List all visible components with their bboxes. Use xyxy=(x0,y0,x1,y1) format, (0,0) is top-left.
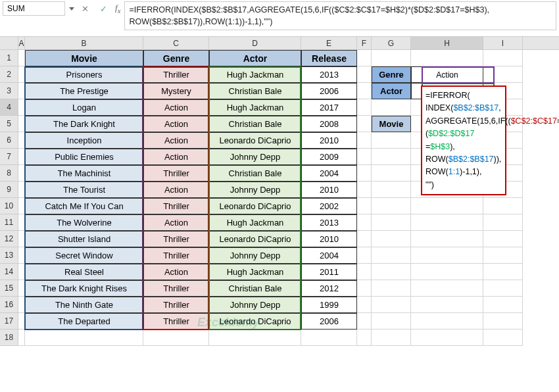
table-cell[interactable]: Hugh Jackman xyxy=(209,66,301,83)
table-cell[interactable]: Action xyxy=(143,214,209,231)
header-actor[interactable]: Actor xyxy=(209,50,301,66)
table-cell[interactable]: Action xyxy=(143,264,209,280)
row-header[interactable]: 8 xyxy=(0,165,18,182)
table-cell[interactable]: Action xyxy=(143,149,209,165)
table-cell[interactable]: The Ninth Gate xyxy=(25,297,143,313)
col-header[interactable]: D xyxy=(209,37,301,49)
table-cell[interactable]: Leonardo DiCaprio xyxy=(209,313,301,330)
table-cell[interactable]: Action xyxy=(143,99,209,116)
table-cell[interactable]: Inception xyxy=(25,132,143,149)
table-cell[interactable]: Thriller xyxy=(143,198,209,214)
table-cell[interactable]: 2010 xyxy=(301,132,357,149)
table-cell[interactable]: Christian Bale xyxy=(209,83,301,99)
table-cell[interactable]: Action xyxy=(143,116,209,132)
table-cell[interactable]: The Machinist xyxy=(25,165,143,182)
table-cell[interactable]: Hugh Jackman xyxy=(209,99,301,116)
name-box[interactable] xyxy=(3,1,65,16)
table-cell[interactable]: Thriller xyxy=(143,66,209,83)
table-cell[interactable]: 2012 xyxy=(301,280,357,297)
col-header[interactable]: E xyxy=(301,37,357,49)
cancel-icon[interactable]: ✕ xyxy=(77,1,93,16)
col-header[interactable]: H xyxy=(411,37,483,49)
col-header[interactable]: A xyxy=(18,37,25,49)
table-cell[interactable]: Leonardo DiCaprio xyxy=(209,132,301,149)
row-header[interactable]: 1 xyxy=(0,50,18,66)
row-header[interactable]: 11 xyxy=(0,214,18,231)
table-cell[interactable]: Action xyxy=(143,132,209,149)
table-cell[interactable]: 2010 xyxy=(301,182,357,198)
fx-icon[interactable]: fx xyxy=(115,3,120,14)
table-cell[interactable]: The Wolverine xyxy=(25,214,143,231)
row-header[interactable]: 12 xyxy=(0,231,18,247)
namebox-dropdown-icon[interactable] xyxy=(69,7,74,11)
row-header[interactable]: 13 xyxy=(0,247,18,264)
table-cell[interactable]: Leonardo DiCaprio xyxy=(209,231,301,247)
table-cell[interactable]: 2017 xyxy=(301,99,357,116)
table-cell[interactable]: Hugh Jackman xyxy=(209,264,301,280)
table-cell[interactable]: Johnny Depp xyxy=(209,297,301,313)
table-cell[interactable]: Christian Bale xyxy=(209,165,301,182)
table-cell[interactable]: The Dark Knight xyxy=(25,116,143,132)
lookup-genre-value[interactable]: Action xyxy=(411,66,483,83)
table-cell[interactable]: Action xyxy=(143,182,209,198)
col-header[interactable]: F xyxy=(357,37,372,49)
col-header[interactable]: G xyxy=(372,37,411,49)
table-cell[interactable]: Thriller xyxy=(143,247,209,264)
row-header[interactable]: 6 xyxy=(0,132,18,149)
header-release[interactable]: Release xyxy=(301,50,357,66)
table-cell[interactable]: Christian Bale xyxy=(209,280,301,297)
table-cell[interactable]: Secret Window xyxy=(25,247,143,264)
table-cell[interactable]: Johnny Depp xyxy=(209,247,301,264)
row-header[interactable]: 2 xyxy=(0,66,18,83)
table-cell[interactable]: 2009 xyxy=(301,149,357,165)
table-cell[interactable]: 2011 xyxy=(301,264,357,280)
table-cell[interactable]: 1999 xyxy=(301,297,357,313)
row-header[interactable]: 14 xyxy=(0,264,18,280)
row-header[interactable]: 4 xyxy=(0,99,18,116)
table-cell[interactable]: 2010 xyxy=(301,231,357,247)
header-movie[interactable]: Movie xyxy=(25,50,143,66)
table-cell[interactable]: Thriller xyxy=(143,280,209,297)
table-cell[interactable]: 2006 xyxy=(301,313,357,330)
lookup-actor-label[interactable]: Actor xyxy=(372,83,411,99)
table-cell[interactable]: Thriller xyxy=(143,165,209,182)
cell-editing-h4[interactable]: =IFERROR( INDEX($B$2:$B$17, AGGREGATE(15… xyxy=(421,86,506,195)
row-header[interactable]: 5 xyxy=(0,116,18,132)
table-cell[interactable]: Mystery xyxy=(143,83,209,99)
row-header[interactable]: 18 xyxy=(0,330,18,346)
table-cell[interactable]: 2004 xyxy=(301,165,357,182)
confirm-icon[interactable]: ✓ xyxy=(95,1,111,16)
table-cell[interactable]: The Prestige xyxy=(25,83,143,99)
table-cell[interactable]: 2004 xyxy=(301,247,357,264)
table-cell[interactable]: 2006 xyxy=(301,83,357,99)
table-cell[interactable]: 2013 xyxy=(301,214,357,231)
formula-bar[interactable]: =IFERROR(INDEX($B$2:$B$17,AGGREGATE(15,6… xyxy=(124,1,556,30)
row-header[interactable]: 7 xyxy=(0,149,18,165)
col-header[interactable]: C xyxy=(143,37,209,49)
table-cell[interactable]: Catch Me If You Can xyxy=(25,198,143,214)
table-cell[interactable]: Thriller xyxy=(143,313,209,330)
table-cell[interactable]: Johnny Depp xyxy=(209,182,301,198)
table-cell[interactable]: Leonardo DiCaprio xyxy=(209,198,301,214)
table-cell[interactable]: Christian Bale xyxy=(209,116,301,132)
row-header[interactable]: 9 xyxy=(0,182,18,198)
table-cell[interactable]: Shutter Island xyxy=(25,231,143,247)
table-cell[interactable]: Thriller xyxy=(143,231,209,247)
row-header[interactable]: 17 xyxy=(0,313,18,330)
table-cell[interactable]: 2008 xyxy=(301,116,357,132)
table-cell[interactable]: Johnny Depp xyxy=(209,149,301,165)
table-cell[interactable]: Public Enemies xyxy=(25,149,143,165)
table-cell[interactable]: Thriller xyxy=(143,297,209,313)
header-genre[interactable]: Genre xyxy=(143,50,209,66)
table-cell[interactable]: The Departed xyxy=(25,313,143,330)
col-header[interactable]: I xyxy=(483,37,523,49)
table-cell[interactable]: The Tourist xyxy=(25,182,143,198)
select-all-corner[interactable] xyxy=(0,37,18,49)
row-header[interactable]: 3 xyxy=(0,83,18,99)
table-cell[interactable]: Prisoners xyxy=(25,66,143,83)
lookup-movie-label[interactable]: Movie xyxy=(372,116,411,132)
table-cell[interactable]: 2002 xyxy=(301,198,357,214)
table-cell[interactable]: 2013 xyxy=(301,66,357,83)
row-header[interactable]: 15 xyxy=(0,280,18,297)
row-header[interactable]: 16 xyxy=(0,297,18,313)
